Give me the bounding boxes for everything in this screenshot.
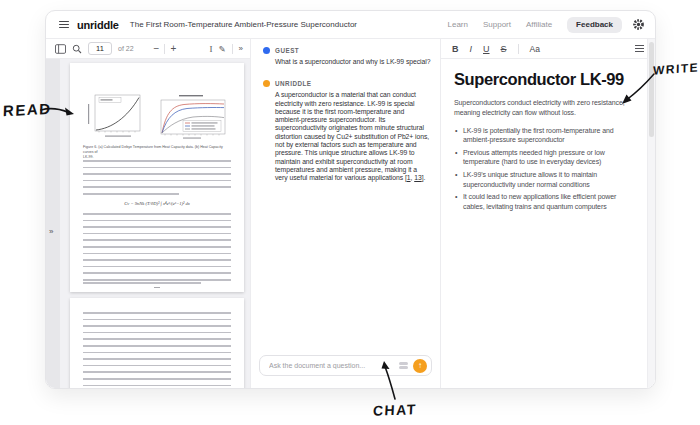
top-bar: unriddle The First Room-Temperature Ambi… (46, 11, 655, 39)
app-window: unriddle The First Room-Temperature Ambi… (45, 10, 656, 389)
main-area: of 22 − + I ✎ » » (46, 39, 655, 388)
page-number-input[interactable] (88, 42, 112, 55)
pdf-paragraph (83, 160, 231, 188)
pdf-equation: Cv = 9nNk (T/θD)³ ∫ x⁴eˣ/(eˣ−1)² dx (70, 201, 244, 206)
assistant-message-text: A superconductor is a material that can … (275, 91, 430, 182)
guest-avatar-dot (263, 47, 270, 54)
guest-label: GUEST (275, 47, 299, 54)
pdf-panel: of 22 − + I ✎ » » (46, 39, 251, 388)
search-icon[interactable] (72, 44, 82, 54)
page-count-label: of 22 (118, 45, 134, 52)
page-number-footer (154, 287, 160, 289)
italic-button[interactable]: I (470, 44, 473, 54)
pdf-page-12 (70, 298, 244, 388)
app-logo[interactable]: unriddle (77, 19, 119, 31)
thumbnails-sidebar-icon[interactable] (55, 44, 66, 54)
chat-arrow-icon (376, 359, 402, 401)
zoom-in-button[interactable]: + (170, 43, 176, 54)
chat-message-assistant: UNRIDDLE A superconductor is a material … (263, 79, 430, 182)
divider (232, 44, 233, 54)
collapse-panel-icon[interactable]: » (239, 44, 243, 53)
feedback-button[interactable]: Feedback (567, 17, 622, 33)
settings-gear-icon[interactable] (632, 18, 645, 31)
debye-temperature-chart (85, 92, 143, 140)
figure-caption: Figure 6. (a) Calculated Debye Temperatu… (83, 145, 231, 160)
bullet-item[interactable]: LK-99's unique structure allows it to ma… (454, 170, 636, 189)
pdf-scroll-area[interactable]: Figure 6. (a) Calculated Debye Temperatu… (60, 59, 250, 388)
nav-link-affiliate[interactable]: Affiliate (526, 20, 552, 29)
heat-capacity-chart (153, 94, 229, 140)
pdf-paragraph-lastline (83, 193, 179, 195)
send-button[interactable]: ↑ (413, 359, 427, 373)
citation-link-13[interactable]: 13 (414, 174, 421, 181)
nav-link-support[interactable]: Support (483, 20, 511, 29)
underline-button[interactable]: U (483, 44, 490, 54)
pdf-toolbar: of 22 − + I ✎ » (46, 39, 250, 59)
editor-note-title[interactable]: Superconductor LK-99 (454, 70, 639, 89)
bullet-item[interactable]: It could lead to new applications like e… (454, 192, 636, 211)
divider (518, 44, 519, 54)
read-arrow-icon (40, 104, 76, 120)
pdf-viewer-area: » (46, 59, 250, 388)
menu-icon[interactable] (59, 21, 69, 29)
text-style-button[interactable]: Aa (530, 44, 540, 54)
nav-link-learn[interactable]: Learn (448, 20, 468, 29)
chat-panel: GUEST What is a superconductor and why i… (251, 39, 441, 388)
editor-menu-icon[interactable] (635, 45, 644, 53)
text-select-icon[interactable]: I (209, 44, 212, 54)
pdf-page-11: Figure 6. (a) Calculated Debye Temperatu… (70, 63, 244, 292)
pdf-paragraph-lastline (83, 282, 201, 284)
page: unriddle The First Room-Temperature Ambi… (0, 0, 700, 425)
assistant-label: UNRIDDLE (275, 80, 312, 87)
assistant-body: A superconductor is a material that can … (275, 91, 429, 181)
chat-input-bar: ↑ (259, 355, 432, 376)
strikethrough-button[interactable]: S (501, 44, 507, 54)
bold-button[interactable]: B (452, 44, 459, 54)
editor-intro-paragraph[interactable]: Superconductors conduct electricity with… (454, 98, 636, 118)
write-arrow-icon (618, 72, 656, 110)
citation-close: ]. (422, 174, 426, 181)
pdf-paragraph (83, 213, 231, 281)
annotation-write: WRITE (653, 60, 699, 77)
expand-rail-icon[interactable]: » (49, 227, 53, 236)
editor-bullet-list: LK-99 is potentially the first room-temp… (454, 126, 636, 212)
divider (164, 44, 165, 54)
annotation-chat: CHAT (373, 401, 418, 419)
pdf-paragraph (83, 312, 231, 388)
document-title: The First Room-Temperature Ambient-Press… (130, 20, 357, 29)
editor-toolbar: B I U S Aa (441, 39, 655, 59)
guest-message-text: What is a superconductor and why is LK-9… (275, 58, 430, 66)
chat-messages[interactable]: GUEST What is a superconductor and why i… (251, 39, 440, 352)
assistant-avatar-dot (263, 80, 270, 87)
zoom-out-button[interactable]: − (154, 43, 160, 54)
bullet-item[interactable]: Previous attempts needed high pressure o… (454, 148, 636, 167)
chat-message-guest: GUEST What is a superconductor and why i… (263, 46, 430, 66)
bullet-item[interactable]: LK-99 is potentially the first room-temp… (454, 126, 636, 145)
highlight-pen-icon[interactable]: ✎ (218, 44, 225, 54)
